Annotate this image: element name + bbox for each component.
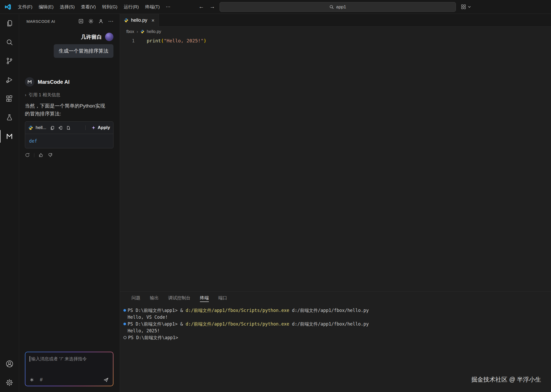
message-actions xyxy=(25,153,113,158)
code-card-icons xyxy=(50,126,71,130)
copy-icon[interactable] xyxy=(50,126,54,130)
activity-testing[interactable] xyxy=(0,108,19,127)
gear-icon xyxy=(6,379,13,387)
title-bar: 文件(F) 编辑(E) 选择(S) 查看(V) 转到(G) 运行(R) 终端(T… xyxy=(0,0,551,14)
nav-forward-icon[interactable]: → xyxy=(210,3,215,10)
reference-row[interactable]: › 引用 1 相关信息 xyxy=(25,92,113,98)
panel-tab-ports[interactable]: 端口 xyxy=(214,292,232,304)
editor-line-1[interactable]: 1 print("Hello, 2025!") xyxy=(120,37,551,44)
menu-terminal[interactable]: 终端(T) xyxy=(142,2,163,12)
close-icon[interactable]: × xyxy=(151,18,155,23)
python-icon xyxy=(28,125,33,130)
menu-edit[interactable]: 编辑(E) xyxy=(36,2,57,12)
activity-bar xyxy=(0,14,19,392)
assistant-name: MarsCode AI xyxy=(38,79,70,85)
user-avatar[interactable] xyxy=(105,33,113,41)
extensions-icon xyxy=(6,95,13,103)
apply-button[interactable]: Apply xyxy=(91,125,110,130)
new-file-icon[interactable] xyxy=(66,126,71,130)
terminal-prompt-line: PS D:\前端文件\app1> xyxy=(123,334,546,341)
terminal-command-line: PS D:\前端文件\app1> & d:/前端文件/app1/fbox/Scr… xyxy=(123,321,546,327)
chat-input-placeholder-row: 输入消息或者 “/” 来选择指令 xyxy=(30,356,109,362)
panel-tab-debug-console[interactable]: 调试控制台 xyxy=(163,292,195,304)
sidebar-title: MARSCODE AI xyxy=(26,19,78,24)
activity-bar-bottom xyxy=(0,354,19,392)
panel-tab-output[interactable]: 输出 xyxy=(145,292,163,304)
editor-tab-bar: hello.py × xyxy=(120,14,551,27)
chat-input[interactable]: 输入消息或者 “/” 来选择指令 # xyxy=(25,352,113,386)
breadcrumb-file[interactable]: hello.py xyxy=(147,29,161,34)
git-branch-icon xyxy=(6,57,13,65)
chevron-down-icon[interactable] xyxy=(468,5,471,9)
account-icon xyxy=(6,360,14,368)
flask-icon xyxy=(6,114,13,121)
activity-settings[interactable] xyxy=(0,373,19,392)
panel-tab-problems[interactable]: 问题 xyxy=(127,292,145,304)
panel-tab-bar: 问题 输出 调试控制台 终端 端口 xyxy=(120,292,551,304)
menu-view[interactable]: 查看(V) xyxy=(78,2,99,12)
more-icon[interactable]: ⋯ xyxy=(108,19,113,24)
sparkle-icon xyxy=(91,126,96,130)
chat-area: 几许留白 生成一个冒泡排序算法 MarsCode AI › 引用 1 相关信息 … xyxy=(19,29,120,350)
sidebar-header-icons: ⋯ xyxy=(78,19,113,24)
chat-input-actions: # xyxy=(30,377,109,383)
profile-icon[interactable] xyxy=(98,19,103,24)
menu-run[interactable]: 运行(R) xyxy=(121,2,142,12)
activity-extensions[interactable] xyxy=(0,89,19,108)
menu-file[interactable]: 文件(F) xyxy=(15,2,35,12)
assistant-intro-text: 当然，下面是一个简单的Python实现 的冒泡排序算法: xyxy=(25,102,113,118)
terminal[interactable]: PS D:\前端文件\app1> & d:/前端文件/app1/fbox/Scr… xyxy=(120,304,551,341)
layout-grid-icon[interactable] xyxy=(461,4,466,10)
commands-asterisk-icon[interactable] xyxy=(30,378,34,382)
code-card-header: hell... Apply xyxy=(25,122,113,134)
send-icon[interactable] xyxy=(103,377,109,383)
vscode-window: 文件(F) 编辑(E) 选择(S) 查看(V) 转到(G) 运行(R) 终端(T… xyxy=(0,0,551,392)
menu-selection[interactable]: 选择(S) xyxy=(57,2,78,12)
sidebar-header: MARSCODE AI ⋯ xyxy=(19,14,120,29)
menu-go[interactable]: 转到(G) xyxy=(99,2,121,12)
files-icon xyxy=(6,19,13,27)
gear-icon[interactable] xyxy=(88,19,94,24)
chat-input-container: 输入消息或者 “/” 来选择指令 # xyxy=(25,352,113,386)
user-message-bubble: 生成一个冒泡排序算法 xyxy=(54,44,113,58)
hash-icon[interactable]: # xyxy=(40,377,43,383)
breadcrumb-folder[interactable]: fbox xyxy=(126,29,134,34)
thumbs-up-icon[interactable] xyxy=(39,153,43,158)
search-icon xyxy=(329,5,334,9)
chevron-right-icon: › xyxy=(137,29,138,34)
marscode-logo-icon xyxy=(25,77,34,87)
text-cursor xyxy=(30,356,30,362)
line-number: 1 xyxy=(120,38,135,43)
terminal-output-line: Hello, VS Code! xyxy=(123,314,546,321)
nav-back-icon[interactable]: ← xyxy=(199,3,204,10)
title-bar-left: 文件(F) 编辑(E) 选择(S) 查看(V) 转到(G) 运行(R) 终端(T… xyxy=(0,2,173,12)
activity-account[interactable] xyxy=(0,354,19,373)
terminal-output-line: Hello, 2025! xyxy=(123,327,546,334)
run-debug-icon xyxy=(6,76,13,84)
code-line: print("Hello, 2025!") xyxy=(147,38,206,43)
panel-tab-terminal[interactable]: 终端 xyxy=(195,292,214,304)
activity-explorer[interactable] xyxy=(0,14,19,33)
command-success-dot-icon xyxy=(123,323,126,325)
activity-search[interactable] xyxy=(0,33,19,52)
chevron-right-icon: › xyxy=(25,93,26,97)
activity-run-debug[interactable] xyxy=(0,70,19,89)
menu-more-icon[interactable]: ⋯ xyxy=(163,2,173,11)
thumbs-down-icon[interactable] xyxy=(48,153,53,158)
activity-source-control[interactable] xyxy=(0,52,19,70)
tab-label: hello.py xyxy=(131,18,147,23)
command-center-search[interactable]: app1 xyxy=(220,2,456,12)
code-card-code[interactable]: def xyxy=(25,134,113,148)
user-name: 几许留白 xyxy=(81,33,102,41)
python-icon xyxy=(140,30,144,33)
bottom-panel: 问题 输出 调试控制台 终端 端口 PS D:\前端文件\app1> & d:/… xyxy=(120,291,551,392)
vscode-logo-icon xyxy=(4,3,11,10)
tab-hello-py[interactable]: hello.py × xyxy=(120,14,159,27)
breadcrumb: fbox › hello.py xyxy=(120,27,551,36)
activity-marscode-ai[interactable] xyxy=(0,127,19,146)
search-icon xyxy=(6,38,13,46)
new-chat-icon[interactable] xyxy=(78,19,84,24)
insert-into-editor-icon[interactable] xyxy=(58,126,63,130)
search-value: app1 xyxy=(336,4,346,10)
regenerate-icon[interactable] xyxy=(25,153,30,158)
